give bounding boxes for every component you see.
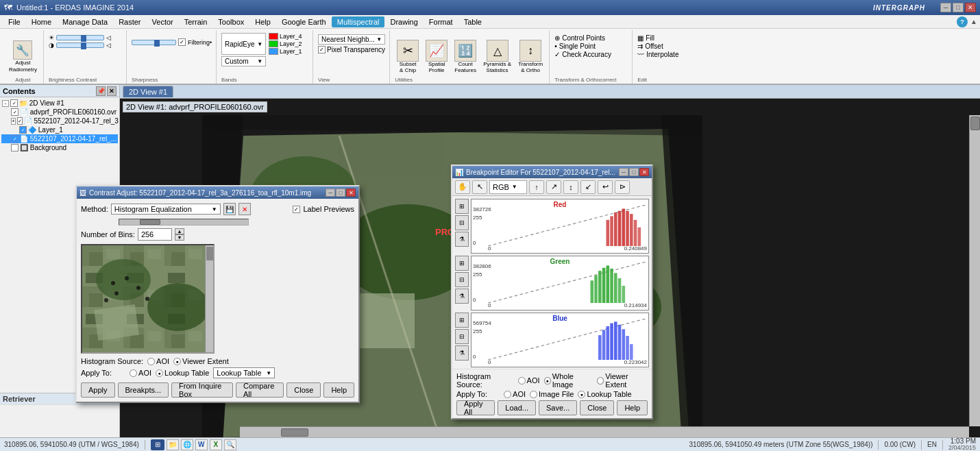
pyramids-statistics-btn[interactable]: △ Pyramids &Statistics — [481, 38, 513, 76]
bp-tool-extra[interactable]: ⊳ — [615, 180, 630, 194]
green-hist-btn2[interactable]: ⊟ — [455, 272, 469, 287]
red-hist-btn3[interactable]: ⚗ — [455, 232, 469, 247]
bins-down-btn[interactable]: ▼ — [175, 234, 184, 241]
bp-tool-cursor[interactable]: ↖ — [472, 180, 487, 194]
save-btn-small[interactable]: 💾 — [223, 203, 236, 215]
blue-hist-btn3[interactable]: ⚗ — [455, 345, 469, 361]
bp-save-btn[interactable]: Save... — [539, 400, 577, 415]
contrast-dialog-max-btn[interactable]: □ — [336, 188, 345, 197]
contrast-dialog-close-btn[interactable]: ✕ — [346, 188, 356, 197]
taskbar-chrome-btn[interactable]: 🔍 — [224, 439, 236, 450]
histogram-source-aoi-radio[interactable]: AOI — [147, 357, 169, 365]
bp-apply-imagefile-radio[interactable]: Image File — [530, 390, 574, 398]
bp-color-dropdown[interactable]: RGB▼ — [489, 180, 527, 194]
bins-input[interactable]: 256 — [138, 228, 172, 241]
bp-source-viewer-radio[interactable]: Viewer Extent — [597, 372, 648, 389]
map-tab-2dview[interactable]: 2D View #1 — [123, 86, 173, 97]
menu-table[interactable]: Table — [458, 16, 487, 27]
ribbon-collapse-btn[interactable]: ▲ — [970, 18, 977, 25]
menu-home[interactable]: Home — [26, 16, 57, 27]
transform-ortho-btn[interactable]: ↕ Transform& Ortho — [516, 38, 545, 76]
menu-file[interactable]: File — [3, 16, 26, 27]
breakpts-btn[interactable]: Breakpts... — [118, 382, 169, 398]
breakpoint-dialog-title-bar[interactable]: 📊 Breakpoint Editor For 5522107_2012-04-… — [452, 166, 652, 178]
contrast-help-btn[interactable]: Help — [323, 382, 354, 398]
blue-hist-btn1[interactable]: ⊞ — [455, 313, 469, 328]
contents-panel-pin-btn[interactable]: 📌 — [96, 86, 106, 96]
bp-help-btn[interactable]: Help — [617, 400, 648, 415]
apply-aoi-radio[interactable]: AOI — [130, 369, 151, 377]
green-hist-btn3[interactable]: ⚗ — [455, 289, 469, 304]
bp-dialog-close-btn[interactable]: ✕ — [639, 168, 649, 176]
method-dropdown[interactable]: Histogram Equalization▼ — [111, 204, 221, 215]
menu-help[interactable]: Help — [249, 16, 276, 27]
contents-panel-close-btn[interactable]: ✕ — [107, 86, 117, 96]
bp-tool-hand[interactable]: ✋ — [455, 180, 470, 194]
map-scrollbar-right[interactable] — [969, 115, 980, 426]
subset-chip-btn[interactable]: ✂ Subset& Chip — [395, 38, 421, 76]
method-scrollbar[interactable] — [119, 219, 249, 226]
tree-item-5522107-2[interactable]: ✓ 📄 5522107_2012-04-17_rel_... — [1, 134, 118, 143]
window-minimize-button[interactable]: ─ — [940, 3, 951, 12]
apply-lookup-radio[interactable]: ● Lookup Table — [156, 369, 209, 377]
sensor-dropdown[interactable]: RapidEye▼ — [221, 33, 266, 55]
bp-apply-lookup-radio[interactable]: ● Lookup Table — [578, 390, 631, 398]
taskbar-word-btn[interactable]: W — [195, 439, 208, 450]
sharpness-check[interactable]: ✓ — [178, 38, 186, 46]
tree-item-2dview[interactable]: - ✓ 📁 2D View #1 — [1, 99, 118, 108]
red-hist-btn2[interactable]: ⊟ — [455, 215, 469, 230]
bp-dialog-min-btn[interactable]: ─ — [619, 168, 628, 176]
contrast-dialog-title-bar[interactable]: 🖼 Contrast Adjust: 5522107_2012-04-17_re… — [77, 186, 358, 199]
count-features-btn[interactable]: 🔢 CountFeatures — [452, 38, 478, 76]
taskbar-start-btn[interactable]: ⊞ — [151, 439, 164, 450]
sharpness-slider[interactable] — [132, 40, 176, 45]
bp-close-btn[interactable]: Close — [580, 400, 614, 415]
tree-item-layer1[interactable]: ✓ 🔷 Layer_1 — [1, 125, 118, 134]
tree-item-5522107-1[interactable]: + ✓ 📄 5522107_2012-04-17_rel_3 — [1, 117, 118, 125]
bp-apply-all-btn[interactable]: Apply All — [456, 400, 495, 415]
bp-tool-delete[interactable]: ↕ — [563, 180, 578, 194]
bins-up-btn[interactable]: ▲ — [175, 228, 184, 234]
window-close-button[interactable]: ✕ — [965, 3, 976, 12]
bp-apply-aoi-radio[interactable]: AOI — [504, 390, 526, 398]
red-hist-btn1[interactable]: ⊞ — [455, 199, 469, 214]
contrast-dialog-min-btn[interactable]: ─ — [326, 188, 335, 197]
menu-raster[interactable]: Raster — [113, 16, 146, 27]
nearest-neighbor-dropdown[interactable]: Nearest Neighb...▼ — [318, 34, 385, 45]
adjust-radiometry-btn[interactable]: 🔧 AdjustRadiometry — [7, 38, 39, 75]
green-hist-btn1[interactable]: ⊞ — [455, 256, 469, 271]
bp-tool-curve[interactable]: ↩ — [598, 180, 613, 194]
taskbar-ie-btn[interactable]: 🌐 — [181, 439, 193, 450]
label-previews-check[interactable]: ✓ — [293, 206, 300, 213]
spatial-profile-btn[interactable]: 📈 SpatialProfile — [424, 38, 450, 76]
pixel-transparency-check[interactable]: ✓ — [318, 46, 326, 53]
menu-manage-data[interactable]: Manage Data — [57, 16, 113, 27]
window-maximize-button[interactable]: □ — [953, 3, 964, 12]
menu-drawing[interactable]: Drawing — [384, 16, 423, 27]
histogram-source-viewer-radio[interactable]: ● Viewer Extent — [173, 357, 229, 365]
bp-tool-line[interactable]: ↙ — [580, 180, 596, 194]
taskbar-excel-btn[interactable]: X — [210, 439, 222, 450]
menu-google-earth[interactable]: Google Earth — [276, 16, 332, 27]
bp-source-whole-radio[interactable]: ● Whole Image — [544, 372, 593, 389]
menu-format[interactable]: Format — [424, 16, 458, 27]
bp-source-aoi-radio[interactable]: AOI — [518, 376, 540, 385]
bp-load-btn[interactable]: Load... — [498, 400, 536, 415]
contrast-slider[interactable] — [56, 42, 104, 48]
map-scrollbar-bottom[interactable] — [240, 426, 969, 437]
apply-btn[interactable]: Apply — [81, 382, 115, 398]
from-inquire-box-btn[interactable]: From Inquire Box — [171, 382, 233, 398]
tree-item-advprf[interactable]: ✓ 📄 advprf_PROFILE060160.ovr — [1, 108, 118, 117]
blue-hist-btn2[interactable]: ⊟ — [455, 329, 469, 344]
contrast-close-btn[interactable]: Close — [286, 382, 321, 398]
lookup-table-dropdown[interactable]: Lookup Table▼ — [213, 367, 275, 378]
tree-item-background[interactable]: 🔲 Background — [1, 143, 118, 152]
custom-dropdown[interactable]: Custom▼ — [221, 56, 266, 66]
bp-dialog-restore-btn[interactable]: □ — [629, 168, 639, 176]
taskbar-explorer-btn[interactable]: 📁 — [167, 439, 179, 450]
bp-tool-add[interactable]: ↗ — [546, 180, 561, 194]
menu-vector[interactable]: Vector — [147, 16, 179, 27]
brightness-slider[interactable] — [56, 35, 104, 40]
ribbon-help-icon[interactable]: ? — [957, 16, 968, 27]
delete-btn-small[interactable]: ✕ — [238, 203, 251, 215]
